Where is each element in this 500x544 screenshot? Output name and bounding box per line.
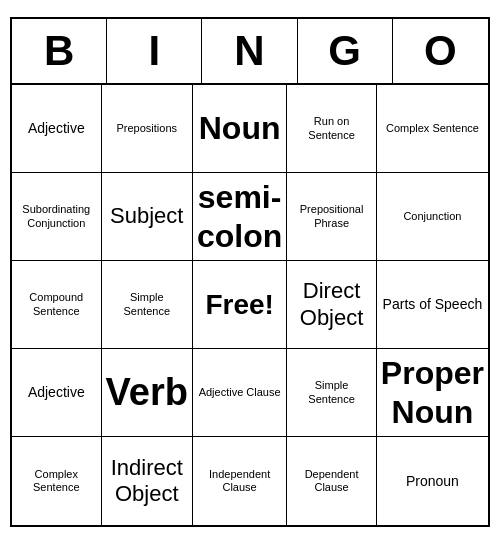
cell-text-0: Adjective	[28, 120, 85, 137]
cell-text-10: Compound Sentence	[16, 291, 97, 317]
bingo-cell-18: Simple Sentence	[287, 349, 377, 437]
cell-text-2: Noun	[199, 109, 281, 147]
bingo-cell-3: Run on Sentence	[287, 85, 377, 173]
bingo-cell-8: Prepositional Phrase	[287, 173, 377, 261]
cell-text-20: Complex Sentence	[16, 468, 97, 494]
bingo-cell-5: Subordinating Conjunction	[12, 173, 102, 261]
header-letter-g: G	[298, 19, 393, 83]
bingo-cell-7: semi-colon	[193, 173, 287, 261]
cell-text-8: Prepositional Phrase	[291, 203, 372, 229]
header-letter-i: I	[107, 19, 202, 83]
bingo-cell-14: Parts of Speech	[377, 261, 488, 349]
bingo-cell-11: Simple Sentence	[102, 261, 193, 349]
cell-text-7: semi-colon	[197, 178, 282, 255]
cell-text-11: Simple Sentence	[106, 291, 188, 317]
bingo-cell-13: Direct Object	[287, 261, 377, 349]
cell-text-17: Adjective Clause	[199, 386, 281, 399]
bingo-cell-22: Independent Clause	[193, 437, 287, 525]
cell-text-22: Independent Clause	[197, 468, 282, 494]
cell-text-13: Direct Object	[291, 278, 372, 331]
cell-text-16: Verb	[106, 370, 188, 416]
bingo-cell-10: Compound Sentence	[12, 261, 102, 349]
bingo-cell-9: Conjunction	[377, 173, 488, 261]
bingo-cell-16: Verb	[102, 349, 193, 437]
cell-text-3: Run on Sentence	[291, 115, 372, 141]
bingo-cell-1: Prepositions	[102, 85, 193, 173]
cell-text-4: Complex Sentence	[386, 122, 479, 135]
bingo-cell-12: Free!	[193, 261, 287, 349]
cell-text-12: Free!	[205, 288, 273, 322]
cell-text-23: Dependent Clause	[291, 468, 372, 494]
bingo-cell-20: Complex Sentence	[12, 437, 102, 525]
bingo-header: BINGO	[12, 19, 488, 85]
bingo-cell-19: Proper Noun	[377, 349, 488, 437]
cell-text-15: Adjective	[28, 384, 85, 401]
header-letter-b: B	[12, 19, 107, 83]
bingo-cell-24: Pronoun	[377, 437, 488, 525]
cell-text-18: Simple Sentence	[291, 379, 372, 405]
cell-text-19: Proper Noun	[381, 354, 484, 431]
bingo-cell-4: Complex Sentence	[377, 85, 488, 173]
bingo-cell-17: Adjective Clause	[193, 349, 287, 437]
bingo-cell-21: Indirect Object	[102, 437, 193, 525]
cell-text-24: Pronoun	[406, 473, 459, 490]
bingo-cell-6: Subject	[102, 173, 193, 261]
bingo-grid: AdjectivePrepositionsNounRun on Sentence…	[12, 85, 488, 525]
cell-text-1: Prepositions	[116, 122, 177, 135]
cell-text-21: Indirect Object	[106, 455, 188, 508]
cell-text-14: Parts of Speech	[383, 296, 483, 313]
header-letter-n: N	[202, 19, 297, 83]
bingo-cell-2: Noun	[193, 85, 287, 173]
bingo-card: BINGO AdjectivePrepositionsNounRun on Se…	[10, 17, 490, 527]
header-letter-o: O	[393, 19, 488, 83]
bingo-cell-15: Adjective	[12, 349, 102, 437]
bingo-cell-0: Adjective	[12, 85, 102, 173]
cell-text-6: Subject	[110, 203, 183, 229]
cell-text-9: Conjunction	[403, 210, 461, 223]
cell-text-5: Subordinating Conjunction	[16, 203, 97, 229]
bingo-cell-23: Dependent Clause	[287, 437, 377, 525]
